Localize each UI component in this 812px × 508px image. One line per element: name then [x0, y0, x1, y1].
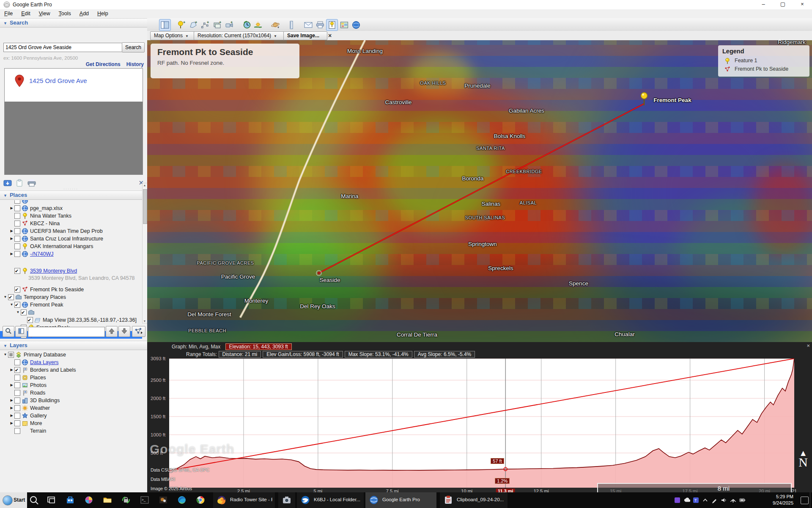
tree-item-label[interactable]: 3539 Monterey Blvd	[30, 268, 77, 274]
close-graph-icon[interactable]: ×	[807, 342, 810, 349]
tree-item[interactable]: ▶-/N740WJ	[0, 250, 142, 257]
search-places-button[interactable]	[3, 326, 14, 337]
terminal-icon[interactable]: >_	[140, 495, 151, 506]
scroll-up-icon[interactable]: ▲	[143, 184, 147, 187]
historical-imagery-icon[interactable]	[241, 19, 253, 31]
scroll-down-icon[interactable]: ▼	[143, 320, 147, 323]
tree-item-label[interactable]: Gallery	[30, 413, 47, 419]
copy-icon[interactable]	[14, 179, 25, 188]
expander-right-icon[interactable]: ▶	[9, 381, 14, 389]
tree-item[interactable]: ▶Weather	[0, 404, 142, 411]
search-result-row[interactable]: 1425 Ord Grove Ave	[5, 69, 143, 102]
battery-icon[interactable]	[738, 497, 746, 504]
checkbox-unchecked[interactable]	[14, 375, 20, 381]
checkbox-checked[interactable]	[8, 294, 14, 300]
checkbox-unchecked[interactable]	[14, 382, 20, 388]
add-image-overlay-icon[interactable]: +	[211, 19, 223, 31]
tree-item[interactable]: ▼Temporary Places	[0, 293, 142, 301]
history-down-button[interactable]	[118, 326, 130, 337]
elevation-plot[interactable]	[169, 359, 794, 488]
menu-help[interactable]: Help	[93, 10, 112, 17]
tree-item-label[interactable]: Places	[30, 375, 46, 381]
edge-icon[interactable]	[177, 495, 188, 506]
close-save-bar-icon[interactable]: ×	[328, 32, 332, 39]
checkbox-unchecked[interactable]	[14, 390, 20, 396]
checkbox-unchecked[interactable]	[14, 405, 20, 411]
expander-down-icon[interactable]: ▼	[3, 351, 8, 359]
tree-item-label[interactable]: Roads	[30, 390, 45, 396]
tree-item[interactable]: Terrain	[0, 427, 142, 434]
checkbox-unchecked[interactable]	[14, 243, 20, 249]
save-to-places-icon[interactable]	[3, 179, 13, 188]
start-button[interactable]: Start	[0, 492, 27, 508]
chevron-up-icon[interactable]	[701, 497, 709, 504]
fly-to-button[interactable]	[132, 326, 145, 337]
checkbox-unchecked[interactable]	[14, 251, 20, 257]
tree-item-label[interactable]: UCERF3 Mean Time Dep Prob	[30, 228, 103, 234]
north-compass[interactable]: ▲ N	[798, 450, 808, 469]
checkbox-unchecked[interactable]	[14, 213, 20, 219]
tree-item[interactable]: KBCZ - Nina	[0, 219, 142, 227]
checkbox-unchecked[interactable]	[14, 428, 20, 434]
tree-item-label[interactable]: Photos	[30, 382, 47, 388]
expander-right-icon[interactable]: ▶	[9, 420, 14, 427]
view-in-maps-icon[interactable]	[338, 19, 350, 31]
paint-app-icon[interactable]	[158, 495, 169, 506]
taskbar-app-earth[interactable]: Google Earth Pro	[365, 492, 436, 508]
tree-item[interactable]: ▶Santa Cruz Local Infrastructure	[0, 235, 142, 242]
tree-item[interactable]: ▼	[0, 308, 142, 316]
explorer-icon[interactable]	[102, 495, 113, 506]
tree-item-label[interactable]: Terrain	[30, 428, 46, 434]
tree-item-label[interactable]: -/N740WJ	[30, 251, 54, 257]
tree-item-label[interactable]: KBCZ - Nina	[30, 221, 60, 226]
menu-edit[interactable]: Edit	[17, 10, 35, 17]
places-find-input[interactable]	[28, 327, 105, 337]
checkbox-unchecked[interactable]	[14, 205, 20, 211]
speaker-icon[interactable]	[720, 497, 727, 504]
history-up-button[interactable]	[106, 326, 118, 337]
tree-item-label[interactable]: Fremont Pk to Seaside	[30, 287, 84, 293]
ruler-icon[interactable]	[285, 19, 297, 31]
checkbox-checked[interactable]	[14, 367, 20, 373]
search-section-header[interactable]: ▼Search	[0, 18, 147, 28]
get-directions-link[interactable]: Get Directions	[86, 61, 121, 67]
checkbox-unchecked[interactable]	[14, 398, 20, 403]
sidebar-toggle-icon[interactable]	[159, 19, 171, 31]
search-icon[interactable]	[29, 495, 40, 506]
expander-down-icon[interactable]: ▼	[9, 301, 14, 309]
checkbox-checked[interactable]	[27, 317, 33, 323]
menu-view[interactable]: View	[35, 10, 55, 17]
tree-item-label[interactable]: Map View [38.23,35.58,-118.97,-123.36]	[43, 317, 137, 323]
add-polygon-icon[interactable]: +	[187, 19, 199, 31]
tree-item[interactable]: ▼Fremont Peak	[0, 301, 142, 308]
tree-item[interactable]: ▼Primary Database	[0, 351, 142, 358]
taskbar-app-thunderbird[interactable]: K6BJ - Local Folder...	[297, 492, 364, 508]
print-icon[interactable]	[27, 179, 37, 188]
save-image-icon[interactable]	[326, 19, 338, 31]
show-profile-button[interactable]	[15, 326, 27, 337]
network-icon[interactable]	[729, 497, 737, 504]
tree-item-label[interactable]: More	[30, 420, 42, 426]
panel-splitter[interactable]: ·······	[63, 188, 84, 190]
tree-item[interactable]: Roads	[0, 389, 142, 396]
planets-icon[interactable]: ▾	[269, 19, 281, 31]
menu-tools[interactable]: Tools	[55, 10, 75, 17]
expander-down-icon[interactable]: ▼	[15, 309, 21, 316]
checkbox-unchecked[interactable]	[14, 228, 20, 234]
tree-item-label[interactable]: OAK International Hangars	[30, 243, 93, 249]
checkbox-unchecked[interactable]	[14, 221, 20, 226]
tree-item-sublabel[interactable]: 3539 Monterey Blvd, San Leandro, CA 9457…	[0, 274, 142, 282]
checkbox-unchecked[interactable]	[14, 413, 20, 419]
checkbox-unchecked[interactable]	[14, 359, 20, 365]
expander-right-icon[interactable]: ▶	[9, 227, 14, 235]
task-view-icon[interactable]	[47, 495, 58, 506]
tree-item[interactable]: ▶Borders and Labels	[0, 366, 142, 373]
maximize-button[interactable]: ▢	[773, 0, 793, 9]
minimize-button[interactable]: –	[754, 0, 773, 9]
checkbox-unchecked[interactable]	[14, 236, 20, 242]
history-link[interactable]: History	[126, 61, 144, 67]
save-image-button[interactable]: Save Image...	[283, 31, 327, 40]
checkbox-partial[interactable]	[8, 352, 14, 358]
search-result-label[interactable]: 1425 Ord Grove Ave	[29, 77, 87, 84]
app-purple-icon[interactable]	[673, 497, 681, 504]
